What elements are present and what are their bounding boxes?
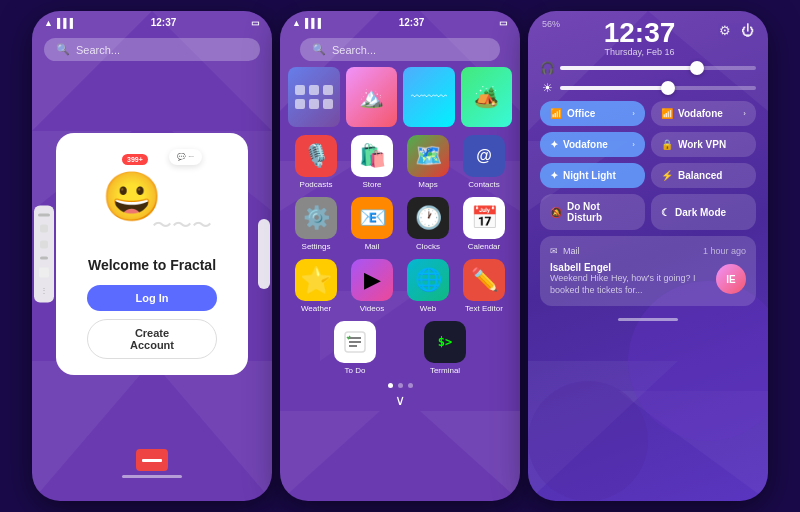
welcome-title: Welcome to Fractal — [88, 257, 216, 273]
waveform-icon: 〜〜〜 — [152, 212, 212, 239]
notif-text-block: Isabell Engel Weekend Hike Hey, how's it… — [550, 262, 708, 296]
toggle-grid: 📶 Office › 📶 Vodafone › ✦ Vodafone › 🔒 — [528, 101, 768, 230]
notif-sender: Isabell Engel — [550, 262, 708, 273]
app-contacts[interactable]: @ Contacts — [459, 135, 509, 189]
control-time: 12:37 — [604, 19, 676, 47]
toggle-wifi[interactable]: 📶 Office › — [540, 101, 645, 126]
brightness-thumb[interactable] — [661, 81, 675, 95]
control-date: Thursday, Feb 16 — [604, 47, 676, 57]
thumb-wave: 〰〰〰 — [403, 67, 455, 127]
bottom-app-icon — [136, 449, 168, 471]
toggle-vodafone[interactable]: 📶 Vodafone › — [651, 101, 756, 126]
volume-fill — [560, 66, 697, 70]
status-bar-2: ▲ ▌▌▌ 12:37 ▭ — [280, 11, 520, 32]
app-mail[interactable]: 📧 Mail — [347, 197, 397, 251]
vodafone-chevron: › — [743, 109, 746, 118]
notif-header: ✉ Mail 1 hour ago — [550, 246, 746, 256]
notif-app-label: ✉ Mail — [550, 246, 580, 256]
notif-avatar: IE — [716, 264, 746, 294]
search-placeholder: Search... — [76, 44, 120, 56]
phone-1: ▲ ▌▌▌ 12:37 ▭ 🔍 Search... ⋮ — [32, 11, 272, 501]
search-bar-2[interactable]: 🔍 Search... — [300, 38, 500, 61]
app-videos[interactable]: ▶ Videos — [347, 259, 397, 313]
dnd-icon: 🔕 — [550, 207, 562, 218]
wifi-chevron: › — [632, 109, 635, 118]
search-placeholder-2: Search... — [332, 44, 376, 56]
dnd-label: Do Not Disturb — [567, 201, 635, 223]
headphones-icon: 🎧 — [540, 61, 554, 75]
search-icon-2: 🔍 — [312, 43, 326, 56]
brightness-track[interactable] — [560, 86, 756, 90]
home-indicator-3[interactable] — [618, 318, 678, 321]
app-weather[interactable]: ⭐ Weather — [291, 259, 341, 313]
sliders-section: 🎧 ☀ — [528, 61, 768, 95]
toggle-dnd[interactable]: 🔕 Do Not Disturb — [540, 194, 645, 230]
app-row-3: ⭐ Weather ▶ Videos 🌐 Web ✏️ Text Editor — [288, 259, 512, 313]
balanced-label: Balanced — [678, 170, 722, 181]
nightlight-label: Night Light — [563, 170, 616, 181]
svg-marker-13 — [280, 411, 380, 501]
toggle-balanced[interactable]: ⚡ Balanced — [651, 163, 756, 188]
search-icon: 🔍 — [56, 43, 70, 56]
wifi-toggle-icon: 📶 — [550, 108, 562, 119]
app-row-4: To Do $> Terminal — [288, 321, 512, 375]
app-row-2: ⚙️ Settings 📧 Mail 🕐 Clocks 📅 Calendar — [288, 197, 512, 251]
thumb-photo: 🏔️ — [346, 67, 398, 127]
toggle-nightlight[interactable]: ✦ Night Light — [540, 163, 645, 188]
notif-subject: Weekend Hike — [550, 273, 608, 283]
notification-badge: 399+ — [122, 154, 148, 165]
status-icons-left-2: ▲ ▌▌▌ — [292, 18, 324, 28]
volume-slider-row: 🎧 — [540, 61, 756, 75]
battery-icon-2: ▭ — [499, 18, 508, 28]
mail-notif-icon: ✉ — [550, 246, 558, 256]
app-maps[interactable]: 🗺️ Maps — [403, 135, 453, 189]
bluetooth-toggle-icon: ✦ — [550, 139, 558, 150]
time-display-2: 12:37 — [399, 17, 425, 28]
brightness-icon: ☀ — [540, 81, 554, 95]
volume-thumb[interactable] — [690, 61, 704, 75]
notif-content: Isabell Engel Weekend Hike Hey, how's it… — [550, 262, 746, 296]
screenshot-thumbnails: 🏔️ 〰〰〰 🏕️ — [288, 67, 512, 127]
app-calendar[interactable]: 📅 Calendar — [459, 197, 509, 251]
app-store[interactable]: 🛍️ Store — [347, 135, 397, 189]
status-icons-right-2: ▭ — [499, 18, 508, 28]
toggle-workvpn[interactable]: 🔒 Work VPN — [651, 132, 756, 157]
volume-track[interactable] — [560, 66, 756, 70]
create-account-button[interactable]: Create Account — [87, 319, 217, 359]
notification-card[interactable]: ✉ Mail 1 hour ago Isabell Engel Weekend … — [540, 236, 756, 306]
toggle-darkmode[interactable]: ☾ Dark Mode — [651, 194, 756, 230]
thumb-dialpad — [288, 67, 340, 127]
darkmode-label: Dark Mode — [675, 207, 726, 218]
signal-toggle-icon: 📶 — [661, 108, 673, 119]
status-bar-1: ▲ ▌▌▌ 12:37 ▭ — [32, 11, 272, 32]
vodafone-label: Vodafone — [678, 108, 723, 119]
toggle-bluetooth[interactable]: ✦ Vodafone › — [540, 132, 645, 157]
home-indicator[interactable] — [122, 475, 182, 478]
control-header: 56% 12:37 Thursday, Feb 16 ⚙ ⏻ — [528, 11, 768, 61]
app-texteditor[interactable]: ✏️ Text Editor — [459, 259, 509, 313]
wifi-icon: ▲ — [44, 18, 53, 28]
power-icon[interactable]: ⏻ — [741, 23, 754, 38]
signal-icon-2: ▌▌▌ — [305, 18, 324, 28]
wifi-icon-2: ▲ — [292, 18, 301, 28]
app-settings[interactable]: ⚙️ Settings — [291, 197, 341, 251]
settings-icon[interactable]: ⚙ — [719, 23, 731, 38]
vpn-label: Work VPN — [678, 139, 726, 150]
phone-footer-1 — [122, 441, 182, 492]
time-display: 12:37 — [151, 17, 177, 28]
login-button[interactable]: Log In — [87, 285, 217, 311]
app-web[interactable]: 🌐 Web — [403, 259, 453, 313]
phone-2: ▲ ▌▌▌ 12:37 ▭ 🔍 Search... — [280, 11, 520, 501]
battery-icon: ▭ — [251, 18, 260, 28]
status-icons-right: ▭ — [251, 18, 260, 28]
app-todo[interactable]: To Do — [330, 321, 380, 375]
app-podcasts[interactable]: 🎙️ Podcasts — [291, 135, 341, 189]
thumb-landscape: 🏕️ — [461, 67, 513, 127]
bluetooth-chevron: › — [632, 140, 635, 149]
phone-3: 56% 12:37 Thursday, Feb 16 ⚙ ⏻ 🎧 ☀ — [528, 11, 768, 501]
app-clocks[interactable]: 🕐 Clocks — [403, 197, 453, 251]
notif-app-name: Mail — [563, 246, 580, 256]
app-terminal[interactable]: $> Terminal — [420, 321, 470, 375]
svg-marker-14 — [420, 411, 520, 501]
search-bar-1[interactable]: 🔍 Search... — [44, 38, 260, 61]
